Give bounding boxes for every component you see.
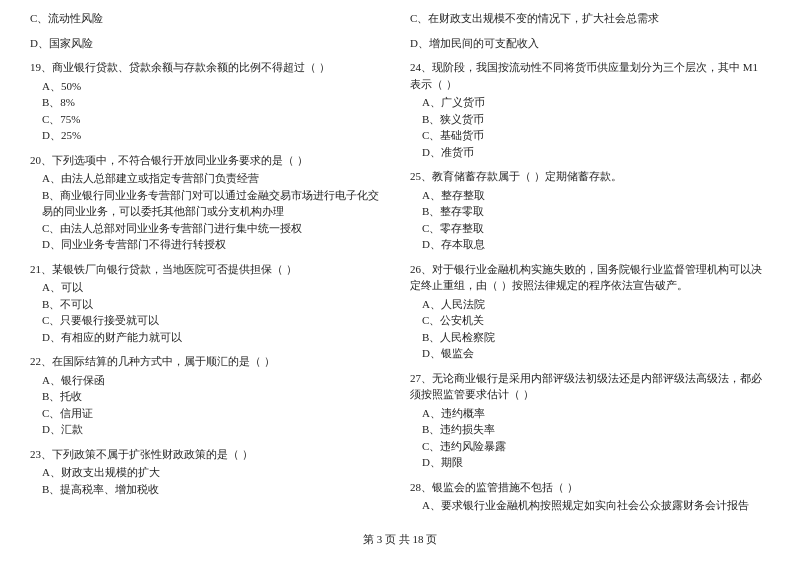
question-option: D、银监会 [410, 345, 770, 362]
question-option: C、75% [30, 111, 390, 128]
page-container: C、流动性风险D、国家风险19、商业银行贷款、贷款余额与存款余额的比例不得超过（… [0, 0, 800, 565]
question-block: C、在财政支出规模不变的情况下，扩大社会总需求 [410, 10, 770, 27]
question-option: C、信用证 [30, 405, 390, 422]
question-option: C、由法人总部对同业业务专营部门进行集中统一授权 [30, 220, 390, 237]
question-title: 23、下列政策不属于扩张性财政政策的是（ ） [30, 446, 390, 463]
question-option: C、公安机关 [410, 312, 770, 329]
question-option: D、25% [30, 127, 390, 144]
question-option: A、50% [30, 78, 390, 95]
question-option: B、狭义货币 [410, 111, 770, 128]
question-option: A、人民法院 [410, 296, 770, 313]
question-block: 23、下列政策不属于扩张性财政政策的是（ ）A、财政支出规模的扩大B、提高税率、… [30, 446, 390, 498]
question-block: 26、对于银行业金融机构实施失败的，国务院银行业监督管理机构可以决定终止重组，由… [410, 261, 770, 362]
question-option: D、有相应的财产能力就可以 [30, 329, 390, 346]
question-option: B、8% [30, 94, 390, 111]
question-option: B、托收 [30, 388, 390, 405]
question-block: 25、教育储蓄存款属于（ ）定期储蓄存款。A、整存整取B、整存零取C、零存整取D… [410, 168, 770, 253]
question-option: D、期限 [410, 454, 770, 471]
left-column: C、流动性风险D、国家风险19、商业银行贷款、贷款余额与存款余额的比例不得超过（… [30, 10, 390, 522]
question-option: D、汇款 [30, 421, 390, 438]
question-option: D、存本取息 [410, 236, 770, 253]
question-option: D、准货币 [410, 144, 770, 161]
question-option: A、由法人总部建立或指定专营部门负责经营 [30, 170, 390, 187]
question-block: 28、银监会的监管措施不包括（ ）A、要求银行业金融机构按照规定如实向社会公众披… [410, 479, 770, 514]
question-title: 21、某银铁厂向银行贷款，当地医院可否提供担保（ ） [30, 261, 390, 278]
page-footer: 第 3 页 共 18 页 [30, 532, 770, 547]
question-title: C、流动性风险 [30, 10, 390, 27]
question-block: 27、无论商业银行是采用内部评级法初级法还是内部评级法高级法，都必须按照监管要求… [410, 370, 770, 471]
question-title: 26、对于银行业金融机构实施失败的，国务院银行业监督管理机构可以决定终止重组，由… [410, 261, 770, 294]
question-block: 24、现阶段，我国按流动性不同将货币供应量划分为三个层次，其中 M1 表示（ ）… [410, 59, 770, 160]
question-option: A、整存整取 [410, 187, 770, 204]
question-option: B、整存零取 [410, 203, 770, 220]
question-block: D、国家风险 [30, 35, 390, 52]
question-title: 22、在国际结算的几种方式中，属于顺汇的是（ ） [30, 353, 390, 370]
question-title: 25、教育储蓄存款属于（ ）定期储蓄存款。 [410, 168, 770, 185]
question-title: D、国家风险 [30, 35, 390, 52]
question-option: B、违约损失率 [410, 421, 770, 438]
question-block: C、流动性风险 [30, 10, 390, 27]
question-option: B、不可以 [30, 296, 390, 313]
question-option: A、要求银行业金融机构按照规定如实向社会公众披露财务会计报告 [410, 497, 770, 514]
two-column-layout: C、流动性风险D、国家风险19、商业银行贷款、贷款余额与存款余额的比例不得超过（… [30, 10, 770, 522]
question-title: 20、下列选项中，不符合银行开放同业业务要求的是（ ） [30, 152, 390, 169]
question-option: D、同业业务专营部门不得进行转授权 [30, 236, 390, 253]
question-title: C、在财政支出规模不变的情况下，扩大社会总需求 [410, 10, 770, 27]
right-column: C、在财政支出规模不变的情况下，扩大社会总需求D、增加民间的可支配收入24、现阶… [410, 10, 770, 522]
question-title: 27、无论商业银行是采用内部评级法初级法还是内部评级法高级法，都必须按照监管要求… [410, 370, 770, 403]
question-option: A、可以 [30, 279, 390, 296]
question-option: A、违约概率 [410, 405, 770, 422]
question-title: 28、银监会的监管措施不包括（ ） [410, 479, 770, 496]
question-option: C、零存整取 [410, 220, 770, 237]
question-block: 20、下列选项中，不符合银行开放同业业务要求的是（ ）A、由法人总部建立或指定专… [30, 152, 390, 253]
question-option: A、银行保函 [30, 372, 390, 389]
question-title: 19、商业银行贷款、贷款余额与存款余额的比例不得超过（ ） [30, 59, 390, 76]
question-option: B、人民检察院 [410, 329, 770, 346]
question-block: D、增加民间的可支配收入 [410, 35, 770, 52]
question-block: 21、某银铁厂向银行贷款，当地医院可否提供担保（ ）A、可以B、不可以C、只要银… [30, 261, 390, 346]
question-option: C、只要银行接受就可以 [30, 312, 390, 329]
question-option: A、广义货币 [410, 94, 770, 111]
question-block: 19、商业银行贷款、贷款余额与存款余额的比例不得超过（ ）A、50%B、8%C、… [30, 59, 390, 144]
question-option: B、商业银行同业业务专营部门对可以通过金融交易市场进行电子化交易的同业业务，可以… [30, 187, 390, 220]
question-option: A、财政支出规模的扩大 [30, 464, 390, 481]
question-title: 24、现阶段，我国按流动性不同将货币供应量划分为三个层次，其中 M1 表示（ ） [410, 59, 770, 92]
question-title: D、增加民间的可支配收入 [410, 35, 770, 52]
question-block: 22、在国际结算的几种方式中，属于顺汇的是（ ）A、银行保函B、托收C、信用证D… [30, 353, 390, 438]
question-option: B、提高税率、增加税收 [30, 481, 390, 498]
question-option: C、基础货币 [410, 127, 770, 144]
question-option: C、违约风险暴露 [410, 438, 770, 455]
